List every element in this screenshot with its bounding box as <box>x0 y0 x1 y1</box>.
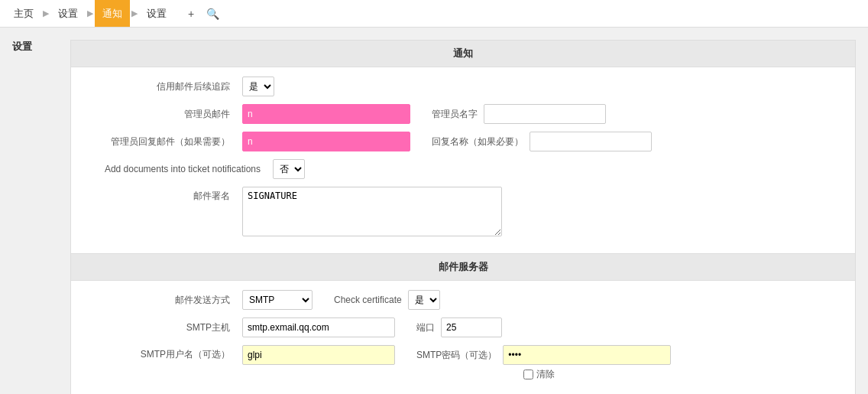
smtp-user-row: SMTP用户名（可选） SMTP密码（可选） 清除 <box>83 345 843 381</box>
notification-title: 通知 <box>453 47 473 59</box>
reply-email-row: 管理员回复邮件（如果需要） 回复名称（如果必要） <box>83 132 843 151</box>
reply-email-label: 管理员回复邮件（如果需要） <box>83 135 236 148</box>
mail-server-form: 邮件发送方式 SMTP MAIL SENDMAIL Check certific… <box>71 281 855 394</box>
signature-textarea[interactable]: SIGNATURE <box>242 187 502 236</box>
smtp-host-row: SMTP主机 端口 <box>83 317 843 337</box>
add-button[interactable]: + <box>180 3 202 24</box>
notification-section-header: 通知 <box>71 41 855 67</box>
admin-email-input[interactable] <box>242 104 410 124</box>
check-cert-label: Check certificate <box>334 295 402 305</box>
nav-config-label: 设置 <box>147 7 167 21</box>
mail-server-title: 邮件服务器 <box>439 261 488 272</box>
nav-notification-label: 通知 <box>102 7 122 21</box>
smtp-user-input[interactable] <box>242 345 395 365</box>
admin-email-row: 管理员邮件 管理员名字 <box>83 104 843 124</box>
reply-alias-label: 回复名称（如果必要） <box>432 135 523 148</box>
clear-checkbox-row: 清除 <box>523 368 555 381</box>
check-cert-select[interactable]: 是 否 <box>408 290 440 310</box>
smtp-pass-input[interactable] <box>503 345 671 365</box>
clear-checkbox[interactable] <box>523 370 533 379</box>
smtp-pass-label: SMTP密码（可选） <box>416 349 497 362</box>
follow-up-row: 信用邮件后续追踪 是 否 <box>83 77 843 96</box>
signature-label: 邮件署名 <box>83 187 236 203</box>
send-method-label: 邮件发送方式 <box>83 294 236 307</box>
sidebar: 设置 <box>12 40 58 394</box>
nav-config[interactable]: 设置 <box>139 0 174 27</box>
reply-alias-input[interactable] <box>530 132 652 151</box>
follow-up-label: 信用邮件后续追踪 <box>83 80 236 93</box>
admin-name-input[interactable] <box>484 104 606 124</box>
admin-email-label: 管理员邮件 <box>83 108 236 121</box>
signature-row: 邮件署名 SIGNATURE <box>83 187 843 236</box>
admin-name-group: 管理员名字 <box>432 104 606 124</box>
nav-arrow-2: ▶ <box>87 8 93 18</box>
admin-name-label: 管理员名字 <box>432 108 478 121</box>
add-docs-label: Add documents into ticket notifications <box>83 164 267 174</box>
follow-up-select[interactable]: 是 否 <box>242 77 274 96</box>
main-content: 设置 通知 信用邮件后续追踪 是 否 管理员邮件 管理员名字 <box>0 28 868 394</box>
clear-label: 清除 <box>536 368 555 381</box>
send-method-select[interactable]: SMTP MAIL SENDMAIL <box>242 290 313 310</box>
nav-arrow-3: ▶ <box>131 8 138 18</box>
nav-settings-label: 设置 <box>58 7 78 21</box>
form-panel: 通知 信用邮件后续追踪 是 否 管理员邮件 管理员名字 <box>70 40 856 394</box>
add-docs-select[interactable]: 否 是 <box>273 159 305 179</box>
topbar: 主页 ▶ 设置 ▶ 通知 ▶ 设置 + 🔍 <box>0 0 868 28</box>
smtp-user-label: SMTP用户名（可选） <box>83 345 236 361</box>
port-group: 端口 <box>416 317 502 337</box>
nav-arrow-1: ▶ <box>43 8 49 18</box>
nav-settings[interactable]: 设置 <box>50 0 86 27</box>
smtp-pass-row: SMTP密码（可选） <box>416 345 671 365</box>
mail-server-section-header: 邮件服务器 <box>71 253 855 281</box>
sidebar-label: 设置 <box>12 41 32 52</box>
nav-notification[interactable]: 通知 <box>95 0 130 27</box>
add-docs-row: Add documents into ticket notifications … <box>83 159 843 179</box>
smtp-host-input[interactable] <box>242 317 395 337</box>
notification-form: 信用邮件后续追踪 是 否 管理员邮件 管理员名字 管理员回复邮件（如果需要） <box>71 67 855 253</box>
reply-alias-group: 回复名称（如果必要） <box>432 132 652 151</box>
port-input[interactable] <box>441 317 502 337</box>
smtp-host-label: SMTP主机 <box>83 321 236 334</box>
nav-home-label: 主页 <box>14 7 34 21</box>
search-button[interactable]: 🔍 <box>202 3 223 24</box>
nav-home[interactable]: 主页 <box>6 0 41 27</box>
add-icon: + <box>188 8 194 20</box>
reply-email-input[interactable] <box>242 132 410 151</box>
send-method-row: 邮件发送方式 SMTP MAIL SENDMAIL Check certific… <box>83 290 843 310</box>
smtp-pass-group: SMTP密码（可选） 清除 <box>416 345 671 381</box>
port-label: 端口 <box>416 321 435 334</box>
search-icon: 🔍 <box>206 8 219 20</box>
check-cert-group: Check certificate 是 否 <box>334 290 440 310</box>
